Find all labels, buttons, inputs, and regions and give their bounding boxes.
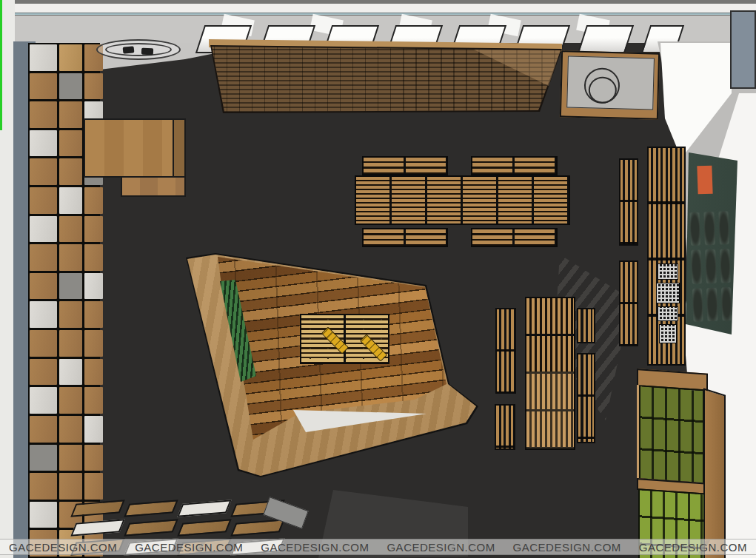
display-table-panel-wood [230, 519, 285, 537]
slatted-bench-left [495, 404, 515, 450]
cube-cell-gray [59, 273, 82, 300]
cube-cell-white [30, 130, 57, 157]
ceiling-band [0, 16, 756, 43]
cube-cell-wood [59, 158, 82, 185]
mesh-basket [656, 283, 680, 303]
cube-cell-wood [30, 473, 57, 500]
locker-upper-section [639, 385, 704, 484]
poster-thumbnail [718, 211, 729, 245]
cube-cell-white [59, 359, 82, 386]
cube-cell-wood [59, 387, 82, 414]
cube-cell-white [30, 387, 57, 414]
service-desk-return [121, 176, 186, 197]
outer-edge-left [0, 0, 15, 558]
display-table-panel-wood [70, 500, 125, 517]
table-sunlight [526, 372, 574, 448]
interior-render: GACEDESIGN.COM GACEDESIGN.COM GACEDESIGN… [0, 0, 756, 558]
cube-cell-wood [59, 301, 82, 328]
cube-cell-wood [84, 445, 103, 471]
cube-cell-wood [30, 187, 57, 214]
slat-bench-right [619, 158, 638, 246]
poster-thumbnail [692, 288, 703, 322]
poster-orange-accent [697, 166, 712, 195]
locker-side-panel [703, 388, 726, 558]
cube-cell-wood [30, 73, 57, 100]
display-table-panel-white [70, 519, 125, 537]
slatted-bench [362, 228, 448, 247]
poster-thumbnails [689, 211, 732, 322]
corner-window-panel [730, 10, 756, 89]
cube-cell-white [30, 216, 57, 243]
poster-thumbnail [706, 249, 717, 283]
cube-cell-gray [59, 73, 82, 100]
top-white-band [0, 4, 756, 13]
poster-thumbnail [704, 212, 715, 246]
cube-cell-wood [59, 244, 82, 271]
green-locker-unit [637, 369, 727, 558]
cube-cell-wood [59, 473, 82, 500]
cube-cell-wood [30, 359, 57, 386]
watermark-text: GACEDESIGN.COM [135, 541, 243, 554]
watermark-text: GACEDESIGN.COM [9, 541, 117, 554]
watermark-bar: GACEDESIGN.COM GACEDESIGN.COM GACEDESIGN… [0, 539, 756, 555]
slatted-table-vertical [525, 297, 575, 450]
cube-cell-wood [84, 73, 103, 100]
cube-cell-wood [84, 216, 103, 243]
slatted-table-horizontal [355, 175, 570, 225]
poster-thumbnail [721, 287, 732, 321]
rug-seat [141, 48, 153, 56]
cube-cell-lightwood [59, 44, 82, 71]
poster-thumbnail [706, 287, 717, 321]
slatted-bench-right2 [577, 353, 595, 443]
cube-cell-gray [30, 445, 57, 471]
cube-cell-white [30, 44, 57, 71]
watermark-text: GACEDESIGN.COM [513, 541, 621, 554]
slat-bench-right [619, 260, 638, 346]
cube-cell-wood [59, 416, 82, 443]
cube-cell-wood [30, 244, 57, 271]
cube-cell-wood [84, 473, 103, 500]
counter-top [566, 56, 655, 110]
skylight-window [578, 25, 634, 53]
slatted-bench [362, 156, 448, 175]
cube-cell-wood [59, 445, 82, 471]
cube-cell-wood [30, 158, 57, 185]
watermark-text: GACEDESIGN.COM [261, 541, 369, 554]
rug-seat [123, 46, 135, 54]
reception-counter [560, 50, 660, 119]
green-axis-line [0, 0, 2, 130]
poster-thumbnail [691, 250, 702, 284]
cube-cell-wood [84, 330, 103, 357]
cube-cell-wood [30, 330, 57, 357]
cube-cell-white [59, 187, 82, 214]
cube-cell-wood [84, 187, 103, 214]
locker-body [637, 369, 727, 558]
cube-cell-wood [30, 416, 57, 443]
round-rug-inner [105, 43, 172, 56]
mesh-basket [659, 324, 677, 343]
poster-thumbnail [689, 212, 700, 246]
cube-cell-wood [59, 101, 82, 128]
cube-cell-white [30, 301, 57, 328]
cube-cell-wood [59, 216, 82, 243]
display-table-panel-wood [177, 519, 232, 537]
service-desk [84, 118, 174, 178]
cube-cell-white [30, 502, 57, 528]
cube-cell-wood [84, 244, 103, 271]
slatted-bench-right2 [577, 308, 595, 343]
display-table-panel-white [177, 500, 232, 517]
mesh-basket [658, 306, 678, 321]
display-table-panel-wood [124, 519, 178, 537]
cube-cell-white [84, 416, 103, 443]
slatted-bench [471, 228, 558, 247]
slatted-bench-left [495, 308, 516, 394]
slatted-bench [471, 156, 558, 175]
cube-cell-wood [30, 101, 57, 128]
cube-cell-wood [30, 273, 57, 300]
watermark-text: GACEDESIGN.COM [387, 541, 495, 554]
cube-cell-wood [59, 130, 82, 157]
cube-cell-white [84, 273, 103, 300]
cube-cell-wood [84, 301, 103, 328]
cube-cell-wood [84, 359, 103, 386]
display-table-panel-wood [124, 500, 178, 517]
